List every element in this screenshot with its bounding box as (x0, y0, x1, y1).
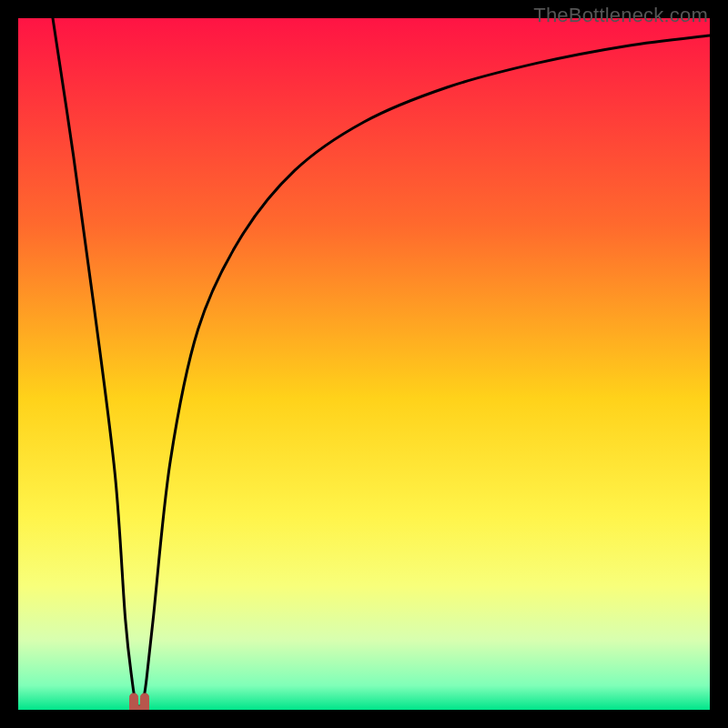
plot-area (18, 18, 710, 710)
chart-svg (18, 18, 710, 710)
watermark-text: TheBottleneck.com (533, 4, 708, 27)
